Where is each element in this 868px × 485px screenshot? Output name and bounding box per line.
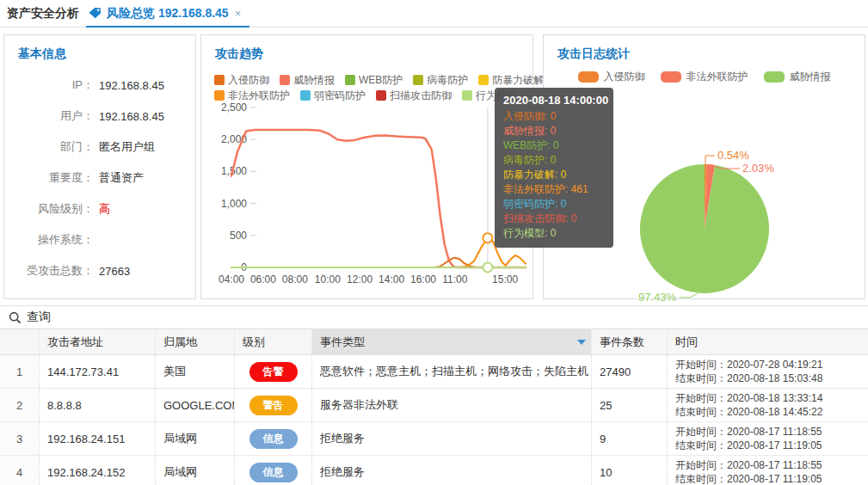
query-bar[interactable]: 查询 — [0, 305, 868, 329]
time-cell: 开始时间：2020-08-17 11:18:55结束时间：2020-08-17 … — [667, 456, 868, 485]
trend-legend-item[interactable]: WEB防护 — [345, 73, 403, 88]
event-count: 10 — [591, 456, 667, 485]
trend-legend-item[interactable]: 入侵防御 — [214, 73, 269, 88]
legend-swatch — [578, 71, 599, 83]
level-badge: 信息 — [249, 463, 298, 482]
pie-leader-line — [680, 292, 699, 298]
panel-basic-info: 基本信息 IP：192.168.8.45用户：192.168.8.45部门：匿名… — [3, 34, 196, 299]
trend-legend-item[interactable]: 扫描攻击防御 — [376, 89, 452, 103]
info-row: 受攻击总数：27663 — [4, 255, 195, 286]
row-index: 2 — [0, 389, 39, 421]
time-start: 开始时间：2020-08-17 11:18:55 — [675, 425, 822, 439]
trend-legend-item[interactable]: 威胁情报 — [280, 73, 335, 88]
time-cell: 开始时间：2020-08-17 11:18:55结束时间：2020-08-17 … — [667, 422, 868, 455]
level-cell: 信息 — [234, 422, 311, 455]
info-row: 用户：192.168.8.45 — [4, 101, 195, 132]
legend-label: 扫描攻击防御 — [390, 89, 452, 103]
legend-label: 防暴力破解 — [492, 73, 544, 88]
pie-legend-item[interactable]: 入侵防御 — [578, 70, 645, 84]
location: GOOGLE.COM — [155, 389, 234, 421]
info-row: 风险级别：高 — [4, 193, 195, 224]
pie-slice-威胁情报[interactable] — [640, 164, 769, 293]
tooltip-row: 非法外联防护: 461 — [503, 182, 605, 197]
legend-swatch — [214, 90, 225, 101]
pie-leader-line — [705, 156, 715, 164]
info-row: IP：192.168.8.45 — [4, 70, 195, 101]
row-index: 1 — [0, 355, 39, 388]
header-cell — [0, 329, 39, 354]
legend-label: 入侵防御 — [604, 70, 645, 84]
trend-legend-item[interactable]: 弱密码防护 — [300, 89, 366, 103]
location: 美国 — [155, 355, 234, 388]
header-cell-label: 攻击者地址 — [47, 335, 103, 350]
legend-label: 威胁情报 — [790, 70, 831, 84]
x-axis-label: 15:00 — [486, 273, 524, 285]
legend-label: WEB防护 — [359, 73, 403, 88]
header-cell[interactable]: 事件类型 — [311, 329, 591, 354]
info-label: IP： — [4, 77, 94, 93]
header-cell-label: 时间 — [675, 335, 698, 350]
info-label: 部门： — [4, 139, 94, 155]
event-type: 服务器非法外联 — [311, 389, 591, 421]
legend-label: 入侵防御 — [228, 73, 269, 88]
legend-label: 非法外联防护 — [228, 89, 290, 103]
event-type: 恶意软件；恶意主机；扫描主机；网络攻击；失陷主机；服务 — [311, 355, 591, 388]
tab-risk-overview-label: 风险总览 192.168.8.45 — [107, 6, 229, 20]
legend-swatch — [661, 71, 681, 83]
row-index: 3 — [0, 422, 39, 455]
trend-legend-item[interactable]: 病毒防护 — [413, 73, 468, 88]
time-start: 开始时间：2020-08-17 11:18:55 — [675, 458, 822, 472]
trend-chart[interactable] — [231, 107, 526, 267]
tab-bar: 资产安全分析 风险总览 192.168.8.45× — [0, 0, 868, 28]
search-icon — [9, 311, 22, 324]
info-label: 用户： — [4, 108, 94, 124]
close-icon[interactable]: × — [235, 7, 242, 20]
trend-legend-item[interactable]: 防暴力破解 — [478, 73, 544, 88]
pie-slice-label: 0.54% — [717, 149, 749, 162]
table-header: 攻击者地址归属地级别事件类型事件条数时间 — [0, 329, 868, 355]
level-cell: 信息 — [234, 456, 311, 485]
series-非法外联防护 — [231, 238, 526, 267]
sort-desc-icon[interactable] — [577, 340, 586, 345]
basic-info-title: 基本信息 — [18, 46, 66, 62]
header-cell-label: 级别 — [243, 335, 265, 350]
tag-icon — [88, 2, 102, 28]
pie-slice-label: 97.43% — [638, 291, 677, 304]
location: 局域网 — [155, 456, 234, 485]
time-start: 开始时间：2020-08-18 13:33:14 — [675, 391, 822, 405]
header-cell: 级别 — [234, 329, 311, 354]
header-cell: 归属地 — [155, 329, 234, 354]
level-cell: 警告 — [234, 389, 311, 421]
info-label: 操作系统： — [4, 232, 94, 248]
table-row[interactable]: 4192.168.24.152局域网信息拒绝服务10开始时间：2020-08-1… — [0, 456, 868, 485]
level-badge: 告警 — [249, 362, 298, 382]
basic-info-fields: IP：192.168.8.45用户：192.168.8.45部门：匿名用户组重要… — [4, 70, 195, 286]
table-row[interactable]: 1144.172.73.41美国告警恶意软件；恶意主机；扫描主机；网络攻击；失陷… — [0, 355, 868, 389]
table-row[interactable]: 28.8.8.8GOOGLE.COM警告服务器非法外联25开始时间：2020-0… — [0, 389, 868, 422]
header-cell-label: 事件条数 — [600, 335, 644, 350]
event-type-text: 恶意软件；恶意主机；扫描主机；网络攻击；失陷主机；服务 — [320, 364, 591, 379]
pie-legend-item[interactable]: 非法外联防护 — [661, 70, 748, 84]
tooltip-title: 2020-08-18 14:00:00 — [503, 94, 605, 107]
time-end: 结束时间：2020-08-18 14:45:22 — [675, 405, 822, 419]
header-cell: 事件条数 — [591, 329, 667, 354]
trend-legend-item[interactable]: 非法外联防护 — [214, 89, 290, 103]
pie-slice-label: 2.03% — [742, 162, 774, 175]
tab-asset-analysis[interactable]: 资产安全分析 — [7, 0, 79, 26]
info-value: 高 — [99, 201, 110, 217]
legend-label: 威胁情报 — [293, 73, 335, 88]
pie-legend-item[interactable]: 威胁情报 — [764, 70, 831, 84]
attacker-address: 192.168.24.152 — [39, 456, 155, 485]
header-cell-label: 归属地 — [163, 335, 197, 350]
time-start: 开始时间：2020-07-28 04:19:21 — [675, 358, 822, 371]
hover-marker — [483, 263, 492, 273]
event-count: 9 — [591, 422, 667, 455]
query-label: 查询 — [27, 310, 51, 325]
tab-risk-overview[interactable]: 风险总览 192.168.8.45× — [86, 0, 249, 28]
event-type-text: 拒绝服务 — [320, 464, 365, 480]
hover-marker — [483, 233, 492, 242]
info-row: 操作系统： — [4, 224, 195, 255]
series-入侵防御 — [231, 258, 526, 267]
legend-swatch — [413, 75, 423, 85]
table-row[interactable]: 3192.168.24.151局域网信息拒绝服务9开始时间：2020-08-17… — [0, 422, 868, 456]
